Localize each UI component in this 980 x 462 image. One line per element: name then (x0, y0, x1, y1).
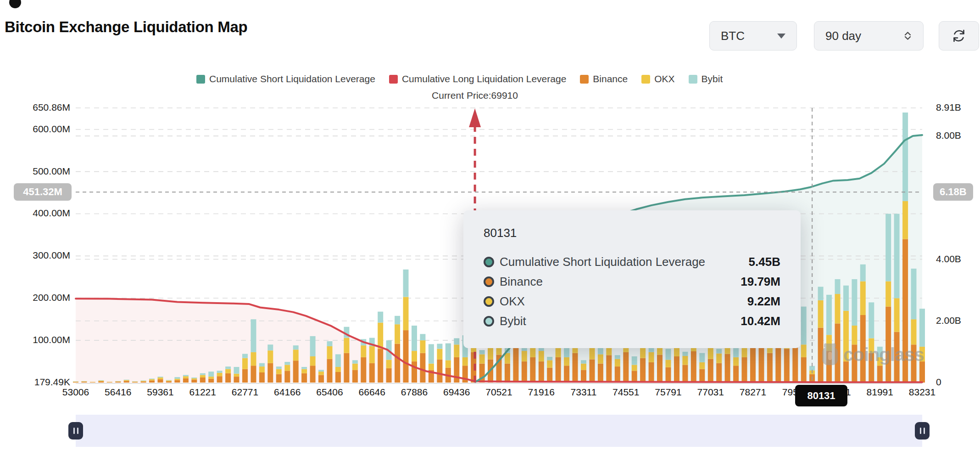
bar-segment-bybit[interactable] (843, 286, 849, 311)
bar-segment-bybit[interactable] (225, 366, 231, 369)
bar-segment-bybit[interactable] (911, 269, 917, 319)
bar-segment-binance[interactable] (649, 362, 654, 383)
bar-segment-binance[interactable] (767, 353, 773, 383)
bar-segment-binance[interactable] (217, 376, 223, 383)
bar-segment-binance[interactable] (640, 358, 646, 383)
bar-segment-bybit[interactable] (217, 371, 223, 373)
bar-segment-bybit[interactable] (429, 344, 434, 363)
bar-segment-bybit[interactable] (149, 378, 155, 379)
bar-segment-okx[interactable] (590, 348, 595, 360)
bar-segment-okx[interactable] (141, 381, 146, 381)
bar-segment-binance[interactable] (301, 373, 307, 383)
bar-segment-binance[interactable] (556, 357, 561, 383)
bar-segment-binance[interactable] (801, 357, 807, 383)
bar-segment-okx[interactable] (208, 377, 214, 379)
bar-segment-bybit[interactable] (860, 265, 866, 282)
bar-segment-binance[interactable] (90, 382, 95, 383)
bar-segment-binance[interactable] (335, 372, 341, 383)
bar-segment-bybit[interactable] (81, 381, 87, 382)
bar-segment-bybit[interactable] (716, 349, 722, 354)
bar-segment-binance[interactable] (361, 357, 366, 383)
bar-segment-binance[interactable] (200, 377, 206, 383)
slider-left-handle[interactable] (68, 422, 83, 439)
bar-segment-bybit[interactable] (919, 309, 925, 347)
zoom-slider[interactable] (76, 415, 922, 447)
bar-segment-bybit[interactable] (902, 113, 908, 201)
bar-segment-okx[interactable] (547, 360, 552, 368)
bar-segment-okx[interactable] (90, 382, 95, 383)
bar-segment-bybit[interactable] (615, 355, 620, 359)
bar-segment-okx[interactable] (107, 382, 112, 383)
bar-segment-bybit[interactable] (454, 338, 459, 345)
bar-segment-bybit[interactable] (284, 362, 290, 365)
bar-segment-okx[interactable] (505, 353, 510, 364)
slider-right-handle[interactable] (915, 422, 930, 439)
bar-segment-okx[interactable] (429, 364, 434, 370)
bar-segment-binance[interactable] (81, 382, 87, 383)
bar-segment-bybit[interactable] (335, 354, 341, 367)
bar-segment-binance[interactable] (107, 382, 112, 383)
bar-segment-bybit[interactable] (310, 336, 316, 356)
bar-segment-bybit[interactable] (547, 357, 552, 360)
bar-segment-binance[interactable] (141, 382, 146, 383)
bar-segment-bybit[interactable] (852, 279, 857, 326)
bar-segment-binance[interactable] (674, 356, 679, 383)
bar-segment-bybit[interactable] (276, 366, 282, 369)
bar-segment-bybit[interactable] (826, 295, 832, 335)
bar-segment-bybit[interactable] (699, 353, 705, 362)
bar-segment-binance[interactable] (708, 359, 713, 383)
bar-segment-bybit[interactable] (835, 279, 841, 294)
bar-segment-bybit[interactable] (124, 380, 129, 380)
bar-segment-bybit[interactable] (301, 367, 307, 369)
bar-segment-okx[interactable] (860, 282, 866, 316)
bar-segment-okx[interactable] (251, 352, 256, 366)
bar-segment-binance[interactable] (682, 365, 688, 383)
bar-segment-binance[interactable] (699, 369, 705, 383)
bar-segment-binance[interactable] (208, 379, 214, 383)
bar-segment-binance[interactable] (327, 359, 333, 383)
bar-segment-binance[interactable] (877, 366, 883, 383)
bar-segment-bybit[interactable] (682, 352, 688, 356)
bar-segment-binance[interactable] (657, 355, 663, 383)
bar-segment-okx[interactable] (344, 338, 349, 353)
bar-segment-binance[interactable] (750, 344, 756, 383)
bar-segment-binance[interactable] (505, 364, 510, 383)
bar-segment-okx[interactable] (115, 381, 121, 382)
bar-segment-bybit[interactable] (242, 354, 248, 358)
bar-segment-bybit[interactable] (395, 316, 400, 324)
bar-segment-okx[interactable] (835, 294, 841, 323)
bar-segment-okx[interactable] (327, 346, 333, 359)
bar-segment-binance[interactable] (403, 330, 409, 383)
bar-segment-binance[interactable] (378, 349, 383, 383)
bar-segment-binance[interactable] (344, 353, 349, 383)
bar-segment-binance[interactable] (598, 364, 603, 383)
bar-segment-binance[interactable] (318, 375, 324, 383)
bar-segment-bybit[interactable] (632, 356, 637, 365)
bar-segment-bybit[interactable] (259, 363, 265, 366)
bar-segment-okx[interactable] (335, 367, 341, 372)
bar-segment-okx[interactable] (852, 326, 857, 344)
bar-segment-okx[interactable] (488, 348, 493, 360)
bar-segment-binance[interactable] (564, 366, 569, 383)
bar-segment-okx[interactable] (158, 377, 163, 379)
bar-segment-okx[interactable] (445, 360, 451, 368)
bar-segment-bybit[interactable] (251, 319, 256, 352)
bar-segment-bybit[interactable] (581, 360, 586, 363)
bar-segment-okx[interactable] (479, 354, 485, 363)
bar-segment-bybit[interactable] (818, 287, 824, 300)
bar-segment-okx[interactable] (902, 201, 908, 239)
bar-segment-binance[interactable] (606, 355, 612, 383)
bar-segment-okx[interactable] (361, 345, 366, 357)
bar-segment-binance[interactable] (530, 357, 535, 383)
bar-segment-okx[interactable] (699, 362, 705, 369)
bar-segment-bybit[interactable] (267, 344, 273, 350)
bar-segment-bybit[interactable] (200, 373, 206, 375)
bar-segment-okx[interactable] (284, 365, 290, 371)
bar-segment-binance[interactable] (632, 371, 637, 383)
bar-segment-bybit[interactable] (132, 381, 138, 382)
bar-segment-bybit[interactable] (894, 214, 900, 299)
bar-segment-binance[interactable] (716, 363, 722, 383)
bar-segment-okx[interactable] (911, 319, 917, 344)
bar-segment-okx[interactable] (174, 379, 180, 380)
bar-segment-binance[interactable] (225, 373, 231, 383)
